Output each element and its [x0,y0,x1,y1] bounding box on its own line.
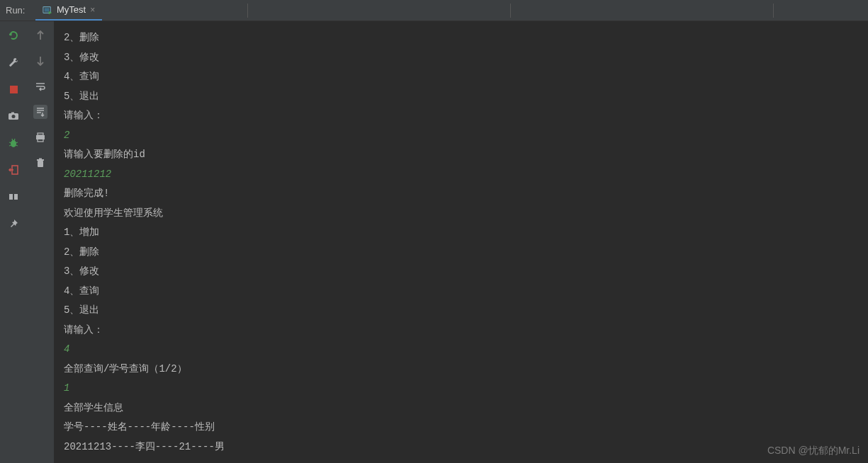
svg-rect-20 [38,161,43,167]
svg-point-5 [12,115,16,118]
watermark: CSDN @忧郁的Mr.Li [767,445,859,457]
run-tab[interactable]: MyTest × [35,0,102,21]
console-user-input: 4 [64,340,858,360]
console-output[interactable]: 2、删除3、修改4、查询5、退出请输入：2请输入要删除的id20211212删除… [54,21,868,463]
wrench-icon[interactable] [6,55,21,69]
svg-rect-19 [38,139,43,142]
svg-line-13 [14,139,15,141]
svg-rect-1 [45,8,50,11]
console-line: 5、退出 [64,301,858,321]
svg-line-12 [12,139,13,141]
arrow-down-icon[interactable] [33,54,47,68]
stop-icon[interactable] [6,82,21,96]
svg-rect-16 [14,194,18,200]
console-line: 4、查询 [64,282,858,302]
console-line: 删除完成! [64,184,858,204]
console-line: 3、修改 [64,48,858,68]
console-user-input: 1 [64,379,858,399]
svg-line-11 [16,145,18,146]
separator [247,4,248,18]
svg-point-7 [11,140,16,147]
separator [510,4,511,18]
close-icon[interactable]: × [90,5,95,15]
arrow-up-icon[interactable] [33,28,47,42]
pin-icon[interactable] [6,217,21,231]
console-line: 1、增加 [64,223,858,243]
main-area: 2、删除3、修改4、查询5、退出请输入：2请输入要删除的id20211212删除… [0,21,868,463]
svg-rect-22 [39,159,42,160]
separator [773,4,774,18]
console-line: 请输入： [64,321,858,341]
svg-rect-15 [9,194,13,200]
console-line: 2、删除 [64,243,858,263]
debug-icon[interactable] [6,136,21,150]
console-actions-toolbar [27,21,54,463]
run-tool-header: Run: MyTest × [0,0,868,21]
rerun-icon[interactable] [6,28,21,42]
console-line: 学号----姓名----年龄----性别 [64,418,858,438]
exit-icon[interactable] [6,163,21,177]
run-actions-toolbar [0,21,27,463]
console-line: 欢迎使用学生管理系统 [64,204,858,224]
tab-area: MyTest × [28,0,102,21]
console-line: 全部学生信息 [64,399,858,418]
run-config-icon [43,5,52,15]
console-line: 20211213----李四----21----男 [64,438,858,457]
console-line: 全部查询/学号查询（1/2） [64,360,858,379]
tab-title: MyTest [57,4,86,15]
console-line: 请输入要删除的id [64,145,858,165]
scroll-to-end-icon[interactable] [33,105,47,119]
soft-wrap-icon[interactable] [33,79,47,93]
svg-line-10 [9,145,11,146]
layout-icon[interactable] [6,190,21,204]
svg-rect-17 [38,133,43,135]
svg-rect-6 [11,113,14,115]
console-line: 2、删除 [64,28,858,48]
console-user-input: 2 [64,126,858,146]
console-user-input: 20211212 [64,165,858,185]
console-line: 4、查询 [64,67,858,87]
camera-icon[interactable] [6,109,21,123]
run-label: Run: [0,5,28,16]
print-icon[interactable] [33,130,47,144]
console-line: 3、修改 [64,262,858,282]
trash-icon[interactable] [33,156,47,170]
console-line: 请输入： [64,106,858,126]
console-line: 5、退出 [64,87,858,107]
